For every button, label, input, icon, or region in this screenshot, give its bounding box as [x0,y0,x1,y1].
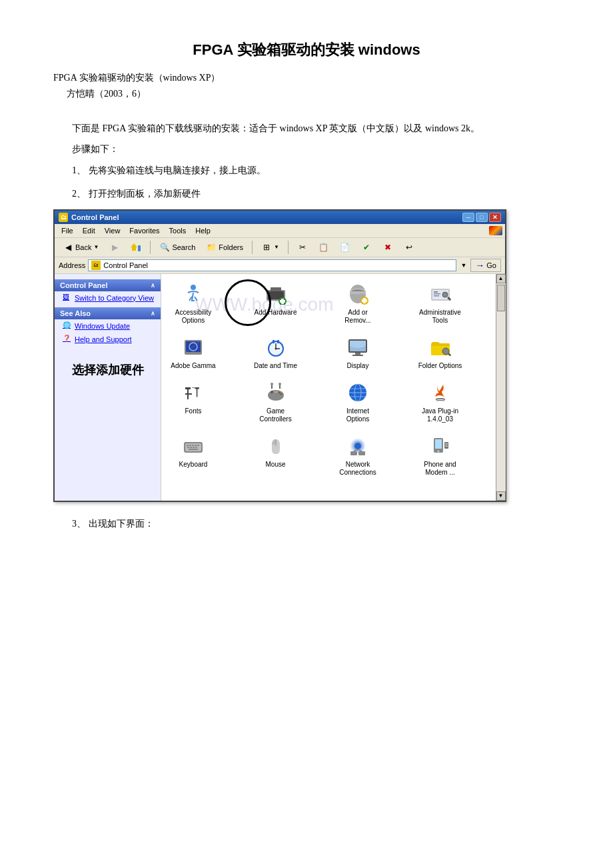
back-label: Back [75,243,91,251]
search-icon: 🔍 [159,242,170,253]
svg-rect-63 [193,447,195,448]
sidebar-see-also-chevron[interactable]: ∧ [151,310,155,317]
sidebar-windows-update[interactable]: 🌐 Windows Update [55,319,161,333]
svg-rect-8 [280,300,285,303]
mouse-label: Mouse [265,461,285,469]
windows-flag-icon [489,226,502,235]
delete-button[interactable]: ✖ [378,240,397,255]
icon-folder-options[interactable]: Folder Options [414,333,467,373]
menu-help[interactable]: Help [191,225,215,236]
internet-options-icon [346,381,370,405]
subtitle: FPGA 实验箱驱动的安装（windows XP） [53,72,560,84]
intro-text: 下面是 FPGA 实验箱的下载线驱动的安装：适合于 windows XP 英文版… [53,120,560,137]
scrollbar-track [496,283,506,491]
svg-rect-41 [271,391,273,393]
maximize-button[interactable]: □ [476,213,488,222]
icon-adobe-gamma[interactable]: Adobe Gamma [167,333,220,373]
up-icon [131,242,141,253]
icon-game-controllers[interactable]: GameControllers [249,378,303,426]
mouse-icon [264,434,288,458]
sidebar-highlight: 选择添加硬件 [55,349,161,383]
search-button[interactable]: 🔍 Search [155,240,199,255]
menu-file[interactable]: File [57,225,77,236]
folder-options-icon [428,335,452,359]
internet-options-label: InternetOptions [346,407,369,423]
menu-tools[interactable]: Tools [165,225,191,236]
icon-java-plugin[interactable]: Java Plug-in1.4.0_03 [414,378,467,426]
icon-admin-tools[interactable]: AdministrativeTools [414,279,467,327]
icon-display[interactable]: Display [331,333,384,373]
sidebar-help-support-label: Help and Support [75,335,132,343]
window-controls[interactable]: ─ □ ✕ [462,213,501,222]
step-1: 1、 先将实验箱连线与电脑连接好，接上电源。 [72,162,560,179]
sidebar-switch-view[interactable]: 🖼 Switch to Category View [55,291,161,305]
sidebar-control-panel-chevron[interactable]: ∧ [151,282,155,289]
address-field[interactable]: 🗂 Control Panel [88,259,456,271]
step-3: 3、 出现如下界面： [72,515,560,532]
cut-button[interactable]: ✂ [293,240,312,255]
back-dropdown-icon[interactable]: ▼ [93,244,99,250]
forward-button[interactable]: ▶ [105,240,124,255]
add-remove-icon [346,282,370,306]
steps-intro: 步骤如下： [72,143,560,155]
sidebar-control-panel-section: Control Panel ∧ 🖼 Switch to Category Vie… [55,279,161,305]
svg-point-71 [354,443,361,449]
checkmark-icon: ✔ [361,242,372,253]
up-button[interactable] [127,240,145,255]
address-folder-icon: 🗂 [91,261,101,270]
go-button[interactable]: → Go [470,259,501,272]
svg-rect-62 [190,447,192,448]
author: 方恺晴（2003，6） [67,88,560,100]
icon-add-hardware[interactable]: Add Hardware [249,279,303,327]
window-titlebar: 🗂 Control Panel ─ □ ✕ [55,211,505,224]
view-dropdown-icon[interactable]: ▼ [274,244,279,250]
view-button[interactable]: ⊞ ▼ [257,240,283,255]
close-button[interactable]: ✕ [489,213,501,222]
sidebar-help-support[interactable]: ❓ Help and Support [55,333,161,346]
switch-view-icon: 🖼 [63,293,72,303]
icon-network-connections[interactable]: NetworkConnections [331,431,384,479]
svg-point-78 [437,450,439,452]
sidebar: Control Panel ∧ 🖼 Switch to Category Vie… [55,274,161,501]
scrollbar-thumb[interactable] [497,285,505,311]
adobe-gamma-label: Adobe Gamma [171,362,215,370]
checkmark-button[interactable]: ✔ [357,240,376,255]
icon-date-time[interactable]: Date and Time [249,333,303,373]
folders-button[interactable]: 📁 Folders [202,240,247,255]
step-2: 2、 打开控制面板，添加新硬件 [72,185,560,202]
paste-button[interactable]: 📄 [336,240,354,255]
menu-favorites[interactable]: Favorites [125,225,163,236]
icon-fonts[interactable]: Fonts [167,378,220,426]
add-hardware-icon [264,282,288,306]
minimize-button[interactable]: ─ [462,213,474,222]
sidebar-control-panel-header: Control Panel ∧ [55,279,161,291]
scroll-down-button[interactable]: ▼ [496,491,506,501]
icon-phone-modem[interactable]: Phone andModem ... [414,431,467,479]
svg-rect-65 [189,449,198,450]
copy-button[interactable]: 📋 [314,240,333,255]
game-controllers-icon [264,381,288,405]
address-label: Address [59,261,85,269]
icon-add-remove[interactable]: Add orRemov... [331,279,384,327]
undo-button[interactable]: ↩ [400,240,418,255]
svg-rect-60 [197,445,199,446]
scroll-up-button[interactable]: ▲ [496,274,506,283]
svg-rect-18 [434,291,438,293]
date-time-label: Date and Time [254,362,297,370]
svg-rect-82 [445,446,448,447]
svg-rect-67 [275,441,277,444]
icon-keyboard[interactable]: Keyboard [167,431,220,479]
address-dropdown-icon[interactable]: ▼ [460,262,466,269]
undo-icon: ↩ [404,242,414,253]
scrollbar[interactable]: ▲ ▼ [496,274,505,501]
icon-mouse[interactable]: Mouse [249,431,303,479]
admin-tools-icon [428,282,452,306]
svg-point-42 [278,391,280,393]
sidebar-see-also-header: See Also ∧ [55,307,161,319]
icon-accessibility[interactable]: AccessibilityOptions [167,279,220,327]
svg-rect-19 [434,293,440,295]
menu-view[interactable]: View [101,225,125,236]
back-button[interactable]: ◀ Back ▼ [59,240,103,255]
menu-edit[interactable]: Edit [79,225,99,236]
icon-internet-options[interactable]: InternetOptions [331,378,384,426]
